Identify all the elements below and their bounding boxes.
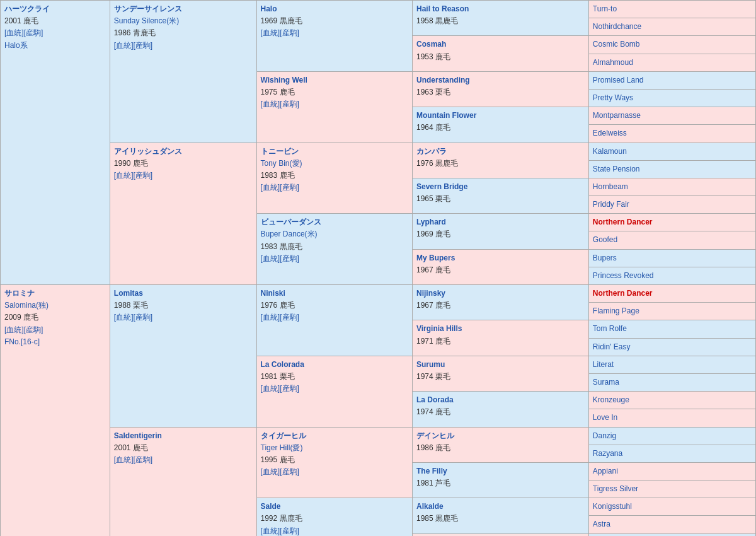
col2-irish-dance: アイリッシュダンス 1990 鹿毛 [血統][産駒]	[110, 143, 256, 285]
col4-severn-bridge: Severn Bridge 1965 栗毛	[412, 178, 588, 213]
alkalde-year: 1985 黒鹿毛	[416, 513, 585, 525]
bd-en: Buper Dance(米)	[261, 228, 408, 240]
col1-hartscry: ハーツクライ 2001 鹿毛 [血統][産駒] Halo系	[1, 1, 110, 285]
sal-sub: FNo.[16-c]	[4, 336, 106, 348]
love-in: Love In	[593, 412, 752, 424]
surama: Surama	[593, 376, 752, 388]
col5-northern-dancer-1: Northern Dancer	[588, 214, 755, 231]
lom-year: 1988 栗毛	[114, 300, 253, 312]
dh-year: 1986 鹿毛	[416, 442, 585, 454]
col5-marduk: Marduk	[588, 533, 755, 536]
surumu-name: Surumu	[416, 359, 585, 371]
tb-links[interactable]: [血統][産駒]	[261, 182, 408, 194]
halo-year: 1969 黒鹿毛	[261, 15, 408, 27]
col5-cosmic-bomb: Cosmic Bomb	[588, 36, 755, 54]
halo-links[interactable]: [血統][産駒]	[261, 27, 408, 39]
col5-goofed: Goofed	[588, 231, 755, 249]
id-links[interactable]: [血統][産駒]	[114, 170, 253, 182]
vh-name: Virginia Hills	[416, 323, 585, 335]
lom-links[interactable]: [血統][産駒]	[114, 312, 253, 323]
col5-bupers: Bupers	[588, 249, 755, 267]
niniski-year: 1976 鹿毛	[261, 300, 408, 312]
tf-name: The Filly	[416, 465, 585, 477]
col5-danzig: Danzig	[588, 427, 755, 445]
northern-dancer-1: Northern Dancer	[593, 216, 752, 228]
hornbeam: Hornbeam	[593, 181, 752, 193]
col4-the-filly: The Filly 1981 芦毛	[412, 462, 588, 498]
promised-land: Promised Land	[593, 74, 752, 86]
tb-en: Tony Bin(愛)	[261, 158, 408, 170]
lc-year: 1981 栗毛	[261, 371, 408, 383]
col4-mountain-flower: Mountain Flower 1964 鹿毛	[412, 107, 588, 143]
tom-rolfe: Tom Rolfe	[593, 323, 752, 335]
col5-hornbeam: Hornbeam	[588, 178, 755, 195]
kampala-year: 1976 黒鹿毛	[416, 158, 585, 170]
col3-halo: Halo 1969 黒鹿毛 [血統][産駒]	[256, 1, 412, 72]
col5-northern-dancer-2: Northern Dancer	[588, 285, 755, 303]
lyphard-name: Lyphard	[416, 216, 585, 228]
col4-my-bupers: My Bupers 1967 鹿毛	[412, 249, 588, 284]
kampala-name: カンパラ	[416, 146, 585, 158]
sald-year: 2001 鹿毛	[114, 442, 253, 454]
ww-links[interactable]: [血統][産駒]	[261, 98, 408, 110]
sal-links[interactable]: [血統][産駒]	[4, 324, 106, 336]
severn-bridge-year: 1965 栗毛	[416, 193, 585, 205]
col5-tom-rolfe: Tom Rolfe	[588, 320, 755, 338]
mf-name: Mountain Flower	[416, 110, 585, 122]
northern-dancer-2: Northern Dancer	[593, 288, 752, 300]
sald-links[interactable]: [血統][産駒]	[114, 454, 253, 466]
princess-revoked: Princess Revoked	[593, 270, 752, 282]
ss-year: 1986 青鹿毛	[114, 27, 253, 39]
niniski-links[interactable]: [血統][産駒]	[261, 312, 408, 323]
literat: Literat	[593, 359, 752, 371]
col4-htr: Hail to Reason 1958 黒鹿毛	[412, 1, 588, 36]
col5-literat: Literat	[588, 356, 755, 373]
bd-links[interactable]: [血統][産駒]	[261, 253, 408, 265]
col2-lomitas: Lomitas 1988 栗毛 [血統][産駒]	[110, 285, 256, 428]
dh-jp: デインヒル	[416, 430, 585, 442]
col5-surama: Surama	[588, 373, 755, 391]
niniski-name: Niniski	[261, 288, 408, 300]
tb-year: 1983 鹿毛	[261, 170, 408, 182]
col4-saite: Saite 1978 鹿毛	[412, 533, 588, 536]
col4-kampala: カンパラ 1976 黒鹿毛	[412, 143, 588, 178]
kronzeuge: Kronzeuge	[593, 394, 752, 406]
col4-understanding: Understanding 1963 栗毛	[412, 71, 588, 107]
col5-almahmoud: Almahmoud	[588, 54, 755, 71]
priddy-fair: Priddy Fair	[593, 199, 752, 211]
col5-promised-land: Promised Land	[588, 71, 755, 89]
ld-name: La Dorada	[416, 394, 585, 406]
col5-love-in: Love In	[588, 409, 755, 427]
ss-links[interactable]: [血統][産駒]	[114, 40, 253, 52]
lc-links[interactable]: [血統][産駒]	[261, 383, 408, 395]
col2-sunday-silence: サンデーサイレンス Sunday Silence(米) 1986 青鹿毛 [血統…	[110, 1, 256, 143]
hartscry-sub: Halo系	[4, 40, 106, 52]
hartscry-links[interactable]: [血統][産駒]	[4, 27, 106, 39]
understanding-year: 1963 栗毛	[416, 86, 585, 98]
col3-tony-bin: トニービン Tony Bin(愛) 1983 鹿毛 [血統][産駒]	[256, 143, 412, 214]
col4-nijinsky: Nijinsky 1967 鹿毛	[412, 285, 588, 320]
my-bupers-name: My Bupers	[416, 252, 585, 264]
bupers: Bupers	[593, 252, 752, 264]
almahmoud: Almahmoud	[593, 57, 752, 69]
col5-pretty-ways: Pretty Ways	[588, 89, 755, 107]
surumu-year: 1974 栗毛	[416, 371, 585, 383]
lyphard-year: 1969 鹿毛	[416, 228, 585, 240]
hartscry-year: 2001 鹿毛	[4, 15, 106, 27]
ww-name: Wishing Well	[261, 74, 408, 86]
th-en: Tiger Hill(愛)	[261, 442, 408, 454]
col3-niniski: Niniski 1976 鹿毛 [血統][産駒]	[256, 285, 412, 356]
lc-name: La Colorada	[261, 359, 408, 371]
lom-name: Lomitas	[114, 288, 253, 300]
sal-en: Salomina(独)	[4, 300, 106, 312]
col3-tiger-hill: タイガーヒル Tiger Hill(愛) 1995 鹿毛 [血統][産駒]	[256, 427, 412, 498]
htr-year: 1958 黒鹿毛	[416, 15, 585, 27]
col4-la-dorada: La Dorada 1974 鹿毛	[412, 392, 588, 427]
sald-name: Saldentigerin	[114, 430, 253, 442]
razyana: Razyana	[593, 448, 752, 460]
col4-cosmah: Cosmah 1953 鹿毛	[412, 36, 588, 71]
th-links[interactable]: [血統][産駒]	[261, 466, 408, 478]
salde-links[interactable]: [血統][産駒]	[261, 525, 408, 536]
col5-kronzeuge: Kronzeuge	[588, 392, 755, 409]
bd-jp: ビューパーダンス	[261, 216, 408, 228]
